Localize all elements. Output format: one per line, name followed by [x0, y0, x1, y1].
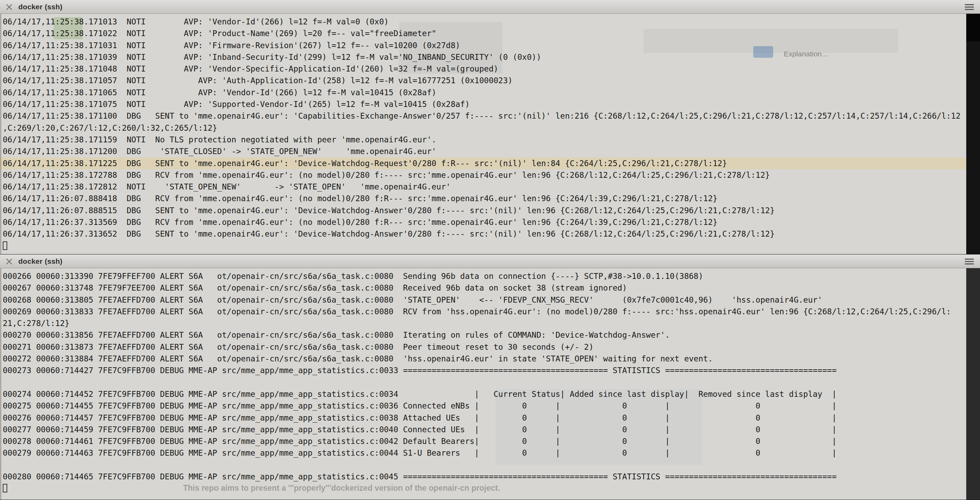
log-line: ,C:269/l:20,C:267/l:12,C:260/l:32,C:265/…	[3, 122, 980, 134]
log-line: 000273 00060:714427 7FE7C9FFB700 DEBUG M…	[3, 365, 980, 376]
menu-icon[interactable]	[965, 4, 974, 5]
log-line: 000270 00060:313856 7FE7AEFFD700 ALERT S…	[3, 329, 980, 341]
log-line: 000280 00060:714465 7FE7C9FFB700 DEBUG M…	[3, 471, 980, 483]
log-line: 000278 00060:714461 7FE7C9FFB700 DEBUG M…	[3, 435, 980, 447]
log-line: 06/14/17,11:25:38.171065 NOTI AVP: 'Vend…	[3, 87, 980, 98]
log-line: 06/14/17,11:25:38.171225 DBG SENT to 'mm…	[0, 157, 980, 169]
log-line: 06/14/17,11:25:38.171075 NOTI AVP: 'Supp…	[3, 98, 980, 110]
log-line: 06/14/17,11:25:38.172812 NOTI 'STATE_OPE…	[3, 181, 980, 192]
log-line: 000274 00060:714452 7FE7C9FFB700 DEBUG M…	[3, 388, 980, 400]
window-title: docker (ssh)	[18, 257, 62, 265]
log-line: 21,C:278/l:12}	[3, 317, 980, 329]
log-line: 000277 00060:714459 7FE7C9FFB700 DEBUG M…	[3, 424, 980, 435]
terminal-titlebar[interactable]: × docker (ssh)	[0, 254, 980, 268]
log-line: 000268 00060:313805 7FE7AEFFD700 ALERT S…	[3, 294, 980, 306]
log-line: 06/14/17,11:25:38.171022 NOTI AVP: 'Prod…	[3, 27, 980, 39]
terminal-cursor-row	[3, 240, 980, 252]
block-cursor	[3, 241, 7, 250]
log-line: 000272 00060:313884 7FE7AEFFD700 ALERT S…	[3, 353, 980, 365]
log-line: 06/14/17,11:26:37.313569 DBG RCV from 'm…	[3, 216, 980, 228]
log-line: 06/14/17,11:25:38.171200 DBG 'STATE_CLOS…	[3, 146, 980, 157]
window-edge	[0, 14, 2, 254]
log-line	[3, 376, 980, 388]
log-line: 000279 00060:714463 7FE7C9FFB700 DEBUG M…	[3, 447, 980, 459]
window-title: docker (ssh)	[18, 3, 62, 11]
close-icon[interactable]: ×	[5, 256, 13, 267]
log-line	[3, 459, 980, 471]
terminal-window-top: × docker (ssh) Explanation... 06/14/17,1…	[0, 0, 980, 254]
log-line: 06/14/17,11:25:38.171100 DBG SENT to 'mm…	[3, 110, 980, 122]
log-line: 06/14/17,11:25:38.171013 NOTI AVP: 'Vend…	[3, 16, 980, 27]
log-line: 000275 00060:714455 7FE7C9FFB700 DEBUG M…	[3, 400, 980, 412]
terminal-output[interactable]: Explanation... 06/14/17,11:25:38.171013 …	[0, 14, 980, 254]
log-line: 06/14/17,11:25:38.171048 NOTI AVP: 'Vend…	[3, 63, 980, 75]
terminal-output[interactable]: This repo aims to present a '''properly'…	[0, 268, 980, 500]
block-cursor	[3, 484, 7, 492]
desktop: { "titlebar": { "close_icon": "×", "menu…	[0, 0, 980, 500]
background-bleed-right	[966, 268, 980, 500]
log-line: 06/14/17,11:26:07.888515 DBG SENT to 'mm…	[3, 205, 980, 216]
log-line: 000271 00060:313873 7FE7AEFFD700 ALERT S…	[3, 341, 980, 353]
log-line: 000269 00060:313833 7FE7AEFFD700 ALERT S…	[3, 306, 980, 317]
log-line: 06/14/17,11:26:07.888418 DBG RCV from 'm…	[3, 192, 980, 204]
log-line: 06/14/17,11:26:37.313652 DBG SENT to 'mm…	[3, 228, 980, 240]
background-bleed-right	[966, 14, 980, 254]
log-line: 06/14/17,11:25:38.172788 DBG RCV from 'm…	[3, 169, 980, 181]
log-line: 000266 00060:313390 7FE79FFEF700 ALERT S…	[3, 270, 980, 282]
window-edge	[0, 268, 2, 500]
log-line: 06/14/17,11:25:38.171031 NOTI AVP: 'Firm…	[3, 40, 980, 51]
terminal-window-bottom: × docker (ssh) This repo aims to present…	[0, 254, 980, 500]
log-line: 06/14/17,11:25:38.171159 NOTI No TLS pro…	[3, 134, 980, 146]
menu-icon[interactable]	[965, 259, 974, 260]
close-icon[interactable]: ×	[5, 2, 13, 12]
terminal-cursor-row	[3, 483, 980, 494]
log-line: 000267 00060:313748 7FE79F7EE700 ALERT S…	[3, 282, 980, 294]
terminal-titlebar[interactable]: × docker (ssh)	[0, 0, 980, 14]
log-line: 06/14/17,11:25:38.171039 NOTI AVP: 'Inba…	[3, 51, 980, 63]
log-line: 06/14/17,11:25:38.171057 NOTI AVP: 'Auth…	[3, 75, 980, 86]
log-line: 000276 00060:714457 7FE7C9FFB700 DEBUG M…	[3, 412, 980, 424]
